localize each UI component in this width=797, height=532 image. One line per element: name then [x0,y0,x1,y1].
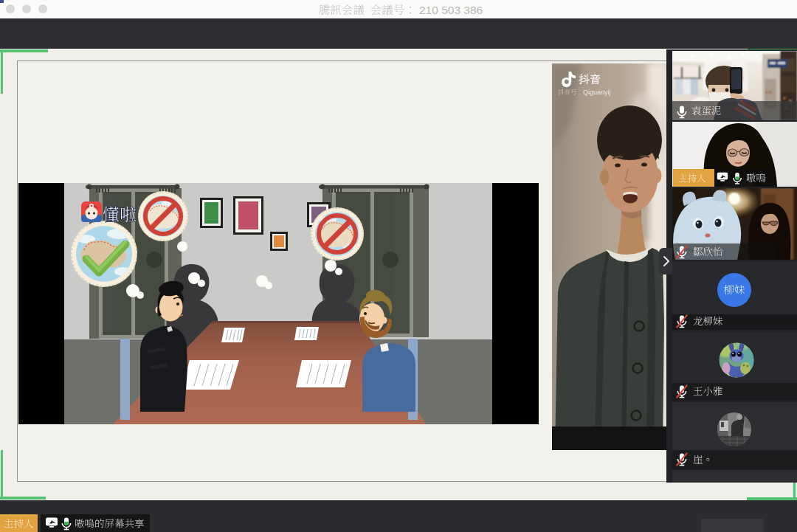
svg-text:Qiguanyij: Qiguanyij [583,89,611,96]
svg-text:210 503 386: 210 503 386 [419,4,483,16]
